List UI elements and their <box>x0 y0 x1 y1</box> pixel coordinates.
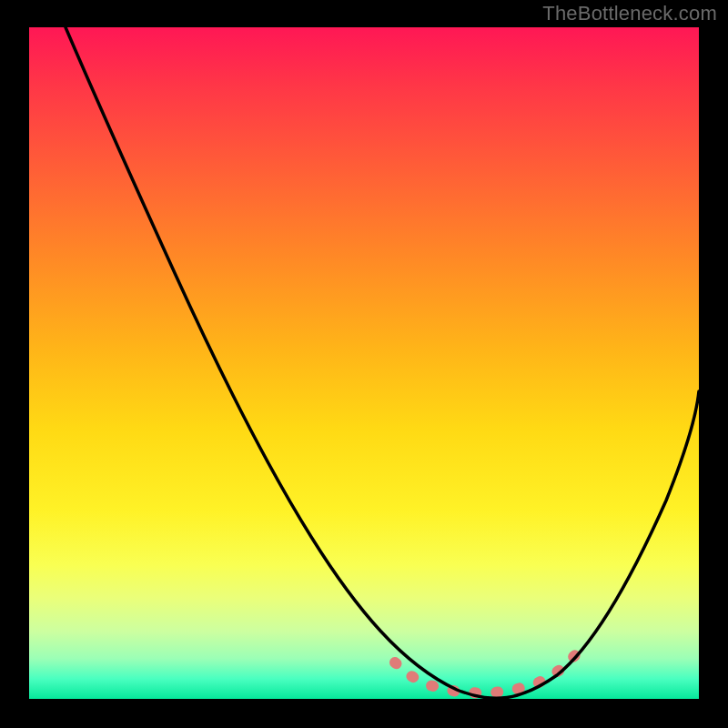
watermark-text: TheBottleneck.com <box>542 2 717 25</box>
bottleneck-curve-line <box>66 27 699 698</box>
chart-frame: TheBottleneck.com <box>0 0 728 728</box>
plot-area <box>29 27 699 699</box>
bottleneck-curve <box>29 27 699 699</box>
sweet-spot-dots <box>395 655 575 693</box>
